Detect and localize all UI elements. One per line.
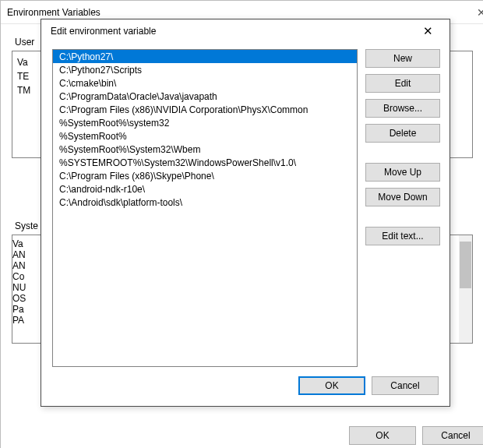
close-icon[interactable]: ✕ <box>466 6 483 19</box>
env-vars-bottom-buttons: OK Cancel <box>1 426 483 445</box>
move-down-button[interactable]: Move Down <box>365 188 440 206</box>
env-vars-title: Environment Variables <box>7 7 466 18</box>
path-entry[interactable]: C:\android-ndk-r10e\ <box>53 182 357 196</box>
move-up-button[interactable]: Move Up <box>365 163 440 182</box>
scrollbar-thumb[interactable] <box>460 242 471 288</box>
close-icon[interactable]: ✕ <box>414 24 442 38</box>
path-entry[interactable]: C:\Python27\Scripts <box>53 63 357 76</box>
spacer <box>365 213 440 227</box>
path-entry[interactable]: C:\Android\sdk\platform-tools\ <box>53 196 357 209</box>
path-entry[interactable]: %SystemRoot%\system32 <box>53 116 357 129</box>
spacer <box>365 149 440 163</box>
path-entry[interactable]: C:\Python27\ <box>53 50 357 63</box>
dialog-bottom-buttons: OK Cancel <box>298 376 439 395</box>
edit-text-button[interactable]: Edit text... <box>365 227 440 245</box>
path-entry[interactable]: %SystemRoot%\System32\Wbem <box>53 143 357 156</box>
edit-env-var-content: C:\Python27\ C:\Python27\Scripts C:\cmak… <box>41 43 450 406</box>
path-entries-list[interactable]: C:\Python27\ C:\Python27\Scripts C:\cmak… <box>52 49 358 367</box>
path-entry[interactable]: C:\Program Files (x86)\Skype\Phone\ <box>53 169 357 182</box>
path-entry[interactable]: C:\cmake\bin\ <box>53 76 357 90</box>
browse-button[interactable]: Browse... <box>365 99 440 118</box>
edit-button[interactable]: Edit <box>365 74 440 93</box>
edit-env-var-title: Edit environment variable <box>51 26 414 37</box>
path-entry[interactable]: %SYSTEMROOT%\System32\WindowsPowerShell\… <box>53 156 357 169</box>
side-buttons: New Edit Browse... Delete Move Up Move D… <box>365 49 440 252</box>
ok-button[interactable]: OK <box>349 426 416 445</box>
ok-button[interactable]: OK <box>298 376 365 395</box>
scrollbar-track[interactable] <box>459 235 472 343</box>
path-entry[interactable]: %SystemRoot% <box>53 129 357 143</box>
edit-env-var-dialog: Edit environment variable ✕ C:\Python27\… <box>41 19 450 407</box>
path-entry[interactable]: C:\ProgramData\Oracle\Java\javapath <box>53 90 357 103</box>
path-entry[interactable]: C:\Program Files (x86)\NVIDIA Corporatio… <box>53 103 357 116</box>
new-button[interactable]: New <box>365 49 440 68</box>
cancel-button[interactable]: Cancel <box>372 376 439 395</box>
delete-button[interactable]: Delete <box>365 124 440 143</box>
edit-env-var-titlebar: Edit environment variable ✕ <box>41 19 450 43</box>
cancel-button[interactable]: Cancel <box>422 426 483 445</box>
